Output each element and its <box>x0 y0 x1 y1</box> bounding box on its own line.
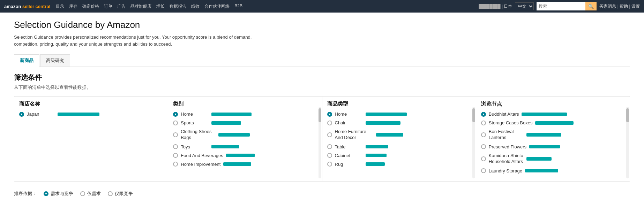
nav-link-inventory[interactable]: 库存 <box>69 3 77 9</box>
bar-clothing <box>218 133 317 137</box>
page-description: Selection Guidance provides personalized… <box>14 34 258 47</box>
radio-food[interactable] <box>173 153 178 158</box>
sort-competition-only-label: 仅限竞争 <box>115 191 133 197</box>
search-box: 🔍 <box>537 2 597 10</box>
bar-home-improvement <box>223 162 317 166</box>
filter-col-product-type: 商品类型 Home Chair Home Furniture And Decor <box>322 96 476 181</box>
nav-link-performance[interactable]: 绩效 <box>191 3 200 9</box>
search-input[interactable] <box>537 2 585 10</box>
logo-sub: seller central <box>22 4 50 9</box>
bar-bn-storage <box>535 121 625 125</box>
nav-link-growth[interactable]: 增长 <box>156 3 165 9</box>
radio-bn-laundry[interactable] <box>481 168 486 173</box>
nav-link-ads[interactable]: 广告 <box>117 3 126 9</box>
radio-pt-cabinet[interactable] <box>327 153 332 158</box>
bar-pt-cabinet <box>366 154 471 157</box>
top-nav: amazon seller central 目录 库存 确定价格 订单 广告 品… <box>0 0 644 13</box>
list-item: Rug <box>327 162 471 167</box>
tab-new-products[interactable]: 新商品 <box>14 54 39 67</box>
radio-competition-only[interactable] <box>108 191 113 196</box>
logo-text: amazon <box>4 4 21 9</box>
category-toys-label: Toys <box>181 144 209 149</box>
radio-bn-flowers[interactable] <box>481 144 486 149</box>
radio-pt-rug[interactable] <box>327 162 332 167</box>
radio-pt-chair[interactable] <box>327 121 332 125</box>
nav-link-orders[interactable]: 订单 <box>104 3 112 9</box>
tab-advanced-research[interactable]: 高级研究 <box>40 54 70 67</box>
bar-fill <box>58 113 99 116</box>
category-food-label: Food And Beverages <box>181 153 223 158</box>
list-item: Buddhist Altars <box>481 111 625 117</box>
bn-kamidana-label: Kamidana Shinto Household Altars <box>489 153 524 165</box>
radio-toys[interactable] <box>173 144 178 149</box>
product-type-scrollbar[interactable] <box>472 107 475 178</box>
radio-bn-buddhist[interactable] <box>481 112 486 117</box>
bar-pt-chair <box>366 121 471 125</box>
radio-demand-competition[interactable] <box>44 191 48 196</box>
bar-fill <box>223 162 251 166</box>
category-clothing-label: Clothing Shoes Bags <box>181 129 216 141</box>
bar-pt-table <box>366 145 471 148</box>
nav-link-pricing[interactable]: 确定价格 <box>82 3 99 9</box>
bar-pt-home <box>366 113 471 116</box>
list-item: Sports <box>173 120 317 125</box>
scroll-thumb <box>319 108 321 122</box>
bar-fill <box>366 145 388 148</box>
list-item: Bon Festival Lanterns <box>481 129 625 141</box>
sort-option-demand-only[interactable]: 仅需求 <box>80 191 101 197</box>
radio-japan[interactable] <box>19 112 24 117</box>
nav-link-catalog[interactable]: 目录 <box>56 3 64 9</box>
category-scrollbar[interactable] <box>319 107 321 178</box>
search-button[interactable]: 🔍 <box>585 2 597 10</box>
sort-option-demand-competition[interactable]: 需求与竞争 <box>44 191 73 197</box>
bar-bn-buddhist <box>522 113 625 116</box>
radio-sports[interactable] <box>173 121 178 125</box>
tabs-container: 新商品 高级研究 <box>14 54 630 67</box>
bar-fill <box>526 133 561 137</box>
bar-fill <box>211 121 241 125</box>
bar-fill <box>226 154 255 157</box>
bar-food <box>226 154 317 157</box>
nav-link-brand[interactable]: 品牌旗舰店 <box>130 3 151 9</box>
bar-fill <box>211 145 239 148</box>
category-home-label: Home <box>181 111 209 117</box>
radio-pt-furniture[interactable] <box>327 132 332 137</box>
nav-link-partners[interactable]: 合作伙伴网络 <box>204 3 230 9</box>
store-col-title: 商店名称 <box>19 101 163 107</box>
radio-clothing[interactable] <box>173 132 178 137</box>
bar-fill <box>366 154 387 157</box>
bn-bon-label: Bon Festival Lanterns <box>489 129 524 141</box>
list-item: Home Furniture And Decor <box>327 129 471 141</box>
radio-bn-kamidana[interactable] <box>481 156 486 161</box>
category-home-improvement-label: Home Improvement <box>181 162 220 167</box>
radio-bn-bon[interactable] <box>481 132 486 137</box>
radio-pt-table[interactable] <box>327 144 332 149</box>
sort-demand-competition-label: 需求与竞争 <box>51 191 73 197</box>
filters-section: 筛选条件 从下面的清单中选择以查看性能数据。 商店名称 Japan 类别 <box>14 73 630 200</box>
pt-furniture-label: Home Furniture And Decor <box>335 129 373 141</box>
bar-bn-bon <box>526 133 625 137</box>
radio-pt-home[interactable] <box>327 112 332 117</box>
radio-bn-storage[interactable] <box>481 121 486 125</box>
product-type-col-title: 商品类型 <box>327 101 471 107</box>
bar-pt-rug <box>366 162 471 166</box>
list-item: Chair <box>327 120 471 125</box>
nav-links: 目录 库存 确定价格 订单 广告 品牌旗舰店 增长 数据报告 绩效 合作伙伴网络… <box>56 3 473 9</box>
store-japan-label: Japan <box>27 111 55 117</box>
filters-desc: 从下面的清单中选择以查看性能数据。 <box>14 84 630 91</box>
sort-option-competition-only[interactable]: 仅限竞争 <box>108 191 133 197</box>
bn-buddhist-label: Buddhist Altars <box>489 111 519 117</box>
radio-home-improvement[interactable] <box>173 162 178 167</box>
filter-col-category: 类别 Home Sports Clothing Shoes Bags <box>168 96 322 181</box>
list-item: Laundry Storage <box>481 168 625 173</box>
bar-bn-kamidana <box>526 157 625 161</box>
nav-link-reports[interactable]: 数据报告 <box>170 3 186 9</box>
browse-node-scrollbar[interactable] <box>626 107 629 178</box>
logo: amazon seller central <box>4 4 50 9</box>
nav-link-b2b[interactable]: B2B <box>234 3 242 9</box>
language-select[interactable]: 中文 <box>515 2 534 10</box>
radio-demand-only[interactable] <box>80 191 85 196</box>
misc-links: 买家消息 | 帮助 | 设置 <box>599 3 640 9</box>
bar-fill <box>366 162 385 166</box>
radio-home[interactable] <box>173 112 178 117</box>
